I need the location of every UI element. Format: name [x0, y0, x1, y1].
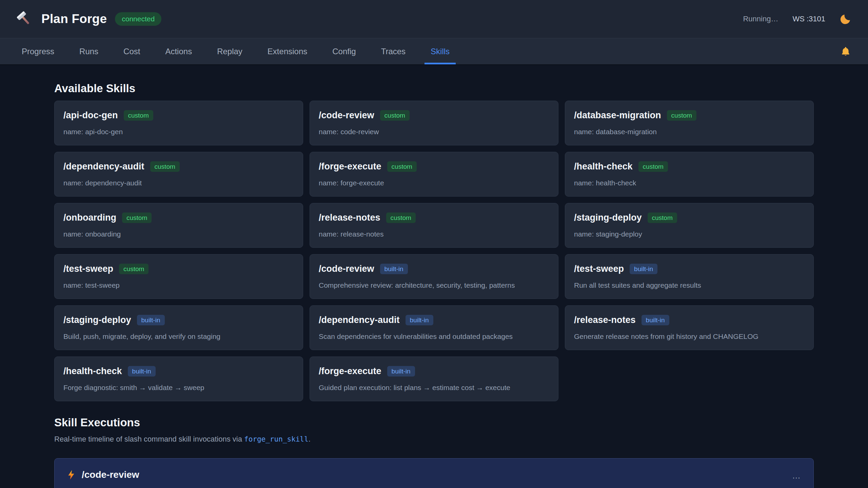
skill-name: /onboarding — [63, 212, 116, 223]
tab-replay[interactable]: Replay — [211, 38, 249, 64]
skill-description: name: forge-execute — [319, 179, 549, 187]
nav-tabs: Progress Runs Cost Actions Replay Extens… — [16, 38, 469, 64]
skill-type-badge: built-in — [380, 264, 408, 274]
skill-description: Comprehensive review: architecture, secu… — [319, 281, 549, 289]
skill-type-badge: built-in — [137, 315, 165, 325]
tab-runs[interactable]: Runs — [73, 38, 104, 64]
skill-name: /staging-deploy — [63, 315, 131, 325]
skill-card: /code-review built-in Comprehensive revi… — [310, 254, 558, 299]
skill-description: name: code-review — [319, 128, 549, 136]
skill-type-badge: custom — [124, 110, 153, 121]
skill-description: Scan dependencies for vulnerabilities an… — [319, 332, 549, 341]
skill-type-badge: built-in — [406, 315, 433, 325]
skill-description: name: database-migration — [574, 128, 805, 136]
tab-cost[interactable]: Cost — [117, 38, 146, 64]
main-nav: Progress Runs Cost Actions Replay Extens… — [0, 38, 868, 64]
tab-config[interactable]: Config — [326, 38, 362, 64]
skill-description: name: test-sweep — [63, 281, 294, 289]
skill-type-badge: built-in — [642, 315, 669, 325]
websocket-port: WS :3101 — [792, 15, 825, 23]
skill-executions-title: Skill Executions — [54, 415, 814, 429]
skill-description: Build, push, migrate, deploy, and verify… — [63, 332, 294, 341]
tab-traces[interactable]: Traces — [375, 38, 412, 64]
skill-type-badge: custom — [380, 110, 410, 121]
skill-description: name: dependency-audit — [63, 179, 294, 187]
theme-toggle-button[interactable] — [840, 13, 852, 25]
skill-card: /health-check built-in Forge diagnostic:… — [54, 357, 303, 401]
skill-name: /api-doc-gen — [63, 110, 118, 121]
skill-description: Generate release notes from git history … — [574, 332, 805, 341]
notifications-button[interactable] — [840, 46, 851, 57]
skill-type-badge: custom — [667, 110, 696, 121]
skill-card: /forge-execute custom name: forge-execut… — [310, 152, 558, 197]
skill-name: /forge-execute — [319, 161, 381, 172]
skill-card: /health-check custom name: health-check — [565, 152, 814, 197]
skill-type-badge: built-in — [128, 366, 156, 377]
skill-name: /database-migration — [574, 110, 661, 121]
app-title: Plan Forge — [41, 12, 107, 26]
skill-description: Guided plan execution: list plans → esti… — [319, 384, 549, 392]
skill-description: name: onboarding — [63, 230, 294, 238]
skill-card: /test-sweep custom name: test-sweep — [54, 254, 303, 299]
skill-name: /test-sweep — [63, 264, 113, 274]
skill-type-badge: custom — [638, 161, 668, 172]
skill-card: /release-notes custom name: release-note… — [310, 203, 558, 248]
skill-name: /release-notes — [574, 315, 636, 325]
header-right: Running… WS :3101 — [743, 13, 852, 25]
skill-card: /database-migration custom name: databas… — [565, 101, 814, 145]
tab-actions[interactable]: Actions — [159, 38, 198, 64]
skill-name: /dependency-audit — [63, 161, 144, 172]
hammer-logo-icon — [16, 11, 33, 27]
skill-name: /dependency-audit — [319, 315, 400, 325]
skill-card: /onboarding custom name: onboarding — [54, 203, 303, 248]
running-status: Running… — [743, 15, 778, 23]
tab-extensions[interactable]: Extensions — [261, 38, 313, 64]
skill-name: /forge-execute — [319, 366, 381, 377]
skill-name: /code-review — [319, 110, 374, 121]
skill-card: /test-sweep built-in Run all test suites… — [565, 254, 814, 299]
available-skills-title: Available Skills — [54, 81, 814, 95]
execution-row-code-review[interactable]: /code-review … — [54, 458, 814, 488]
skills-grid: /api-doc-gen custom name: api-doc-gen /c… — [54, 101, 814, 401]
app-header: Plan Forge connected Running… WS :3101 — [0, 0, 868, 38]
skill-card: /code-review custom name: code-review — [310, 101, 558, 145]
connection-status-badge: connected — [115, 12, 161, 26]
forge-run-skill-code: forge_run_skill — [244, 435, 309, 443]
skill-description: Run all test suites and aggregate result… — [574, 281, 805, 289]
main-content: Available Skills /api-doc-gen custom nam… — [0, 64, 868, 488]
skill-type-badge: custom — [122, 212, 152, 223]
skill-type-badge: built-in — [630, 264, 657, 274]
skill-name: /staging-deploy — [574, 212, 642, 223]
skill-card: /api-doc-gen custom name: api-doc-gen — [54, 101, 303, 145]
skill-card: /staging-deploy custom name: staging-dep… — [565, 203, 814, 248]
skill-executions-description: Real-time timeline of slash command skil… — [54, 434, 814, 444]
skill-description: Forge diagnostic: smith → validate → swe… — [63, 384, 294, 392]
skill-card: /staging-deploy built-in Build, push, mi… — [54, 305, 303, 350]
skill-card: /dependency-audit built-in Scan dependen… — [310, 305, 558, 350]
skill-description: name: api-doc-gen — [63, 128, 294, 136]
skill-type-badge: custom — [387, 161, 417, 172]
skill-type-badge: custom — [386, 212, 416, 223]
moon-icon — [840, 13, 852, 25]
skill-type-badge: custom — [119, 264, 149, 274]
bell-icon — [840, 46, 851, 57]
skill-description: name: release-notes — [319, 230, 549, 238]
skill-card: /dependency-audit custom name: dependenc… — [54, 152, 303, 197]
skill-name: /health-check — [63, 366, 122, 377]
skill-description: name: health-check — [574, 179, 805, 187]
skill-card: /release-notes built-in Generate release… — [565, 305, 814, 350]
tab-skills[interactable]: Skills — [425, 38, 456, 64]
skill-card: /forge-execute built-in Guided plan exec… — [310, 357, 558, 401]
more-indicator: … — [792, 469, 801, 481]
lightning-icon — [67, 469, 76, 480]
tab-progress[interactable]: Progress — [16, 38, 60, 64]
skill-type-badge: custom — [150, 161, 180, 172]
skill-name: /test-sweep — [574, 264, 624, 274]
skill-type-badge: built-in — [387, 366, 415, 377]
skill-type-badge: custom — [648, 212, 677, 223]
skill-description: name: staging-deploy — [574, 230, 805, 238]
skill-name: /release-notes — [319, 212, 380, 223]
skill-name: /code-review — [319, 264, 374, 274]
skill-name: /health-check — [574, 161, 633, 172]
execution-skill-name: /code-review — [82, 469, 139, 480]
